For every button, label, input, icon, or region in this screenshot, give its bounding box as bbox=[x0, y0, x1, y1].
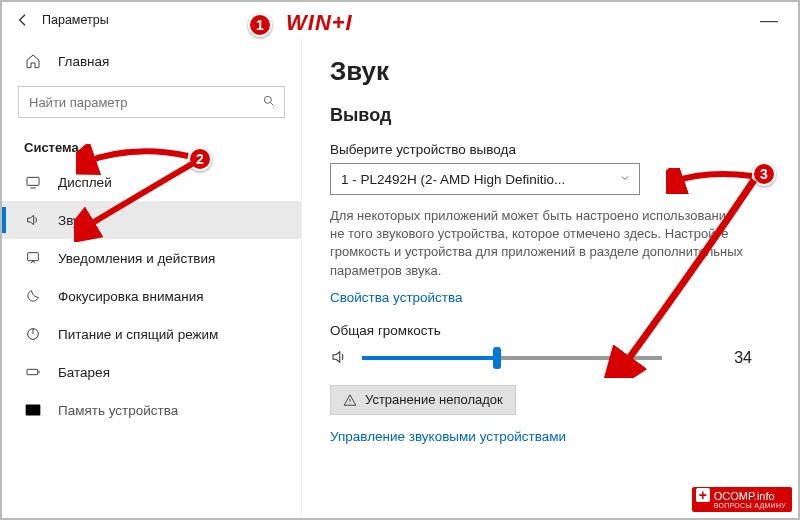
annotation-badge-2: 2 bbox=[188, 147, 212, 171]
titlebar: Параметры — bbox=[2, 2, 798, 38]
output-help-text: Для некоторых приложений может быть наст… bbox=[330, 207, 750, 280]
sidebar-item-power[interactable]: Питание и спящий режим bbox=[2, 315, 301, 353]
sidebar-item-focus[interactable]: Фокусировка внимания bbox=[2, 277, 301, 315]
search-box[interactable] bbox=[18, 86, 285, 118]
sidebar-item-notifications[interactable]: Уведомления и действия bbox=[2, 239, 301, 277]
sidebar-item-label: Звук bbox=[58, 213, 86, 228]
sidebar: Главная Система Дисплей Звук bbox=[2, 38, 302, 518]
sidebar-home[interactable]: Главная bbox=[2, 44, 301, 78]
svg-rect-2 bbox=[28, 253, 39, 261]
chevron-down-icon bbox=[619, 172, 631, 187]
sidebar-item-label: Уведомления и действия bbox=[58, 251, 215, 266]
sidebar-item-label: Фокусировка внимания bbox=[58, 289, 204, 304]
output-heading: Вывод bbox=[330, 105, 770, 126]
master-volume-label: Общая громкость bbox=[330, 323, 770, 338]
svg-rect-4 bbox=[27, 369, 38, 374]
output-device-select[interactable]: 1 - PL2492H (2- AMD High Definitio... bbox=[330, 163, 640, 195]
search-icon bbox=[262, 94, 276, 111]
speaker-icon[interactable] bbox=[330, 348, 348, 369]
battery-icon bbox=[22, 364, 44, 380]
sidebar-item-storage[interactable]: Память устройства bbox=[2, 391, 301, 429]
window-title: Параметры bbox=[42, 13, 109, 27]
warning-icon bbox=[343, 393, 357, 407]
sound-icon bbox=[22, 212, 44, 228]
sidebar-section-system: Система bbox=[2, 130, 301, 163]
minimize-button[interactable]: — bbox=[752, 11, 786, 29]
focus-icon bbox=[22, 288, 44, 304]
home-icon bbox=[22, 53, 44, 69]
power-icon bbox=[22, 326, 44, 342]
volume-value: 34 bbox=[734, 349, 752, 367]
svg-rect-1 bbox=[27, 177, 39, 185]
display-icon bbox=[22, 174, 44, 190]
device-properties-link[interactable]: Свойства устройства bbox=[330, 290, 463, 305]
sidebar-item-battery[interactable]: Батарея bbox=[2, 353, 301, 391]
svg-point-0 bbox=[264, 96, 271, 103]
watermark: OCOMP.info ВОПРОСЫ АДМИНУ bbox=[692, 487, 792, 512]
search-input[interactable] bbox=[29, 95, 262, 110]
sidebar-item-label: Дисплей bbox=[58, 175, 112, 190]
content-area: Главная Система Дисплей Звук bbox=[2, 38, 798, 518]
page-title: Звук bbox=[330, 56, 770, 87]
sidebar-item-label: Батарея bbox=[58, 365, 110, 380]
settings-window: Параметры — Главная Система bbox=[0, 0, 800, 520]
troubleshoot-label: Устранение неполадок bbox=[365, 392, 503, 407]
output-device-label: Выберите устройство вывода bbox=[330, 142, 770, 157]
sidebar-item-display[interactable]: Дисплей bbox=[2, 163, 301, 201]
storage-icon bbox=[22, 399, 44, 421]
sidebar-item-label: Главная bbox=[58, 54, 109, 69]
troubleshoot-button[interactable]: Устранение неполадок bbox=[330, 385, 516, 415]
annotation-badge-3: 3 bbox=[752, 162, 776, 186]
manage-devices-link[interactable]: Управление звуковыми устройствами bbox=[330, 429, 770, 444]
output-device-value: 1 - PL2492H (2- AMD High Definitio... bbox=[341, 172, 565, 187]
volume-row: 34 bbox=[330, 348, 770, 369]
annotation-hotkey: WIN+I bbox=[286, 10, 353, 36]
notification-icon bbox=[22, 250, 44, 266]
annotation-badge-1: 1 bbox=[248, 13, 272, 37]
volume-slider[interactable] bbox=[362, 356, 662, 360]
svg-rect-5 bbox=[26, 405, 41, 416]
sidebar-item-sound[interactable]: Звук bbox=[2, 201, 301, 239]
sidebar-item-label: Питание и спящий режим bbox=[58, 327, 218, 342]
main-panel: Звук Вывод Выберите устройство вывода 1 … bbox=[302, 38, 798, 518]
back-icon[interactable] bbox=[14, 11, 32, 29]
sidebar-item-label: Память устройства bbox=[58, 403, 178, 418]
